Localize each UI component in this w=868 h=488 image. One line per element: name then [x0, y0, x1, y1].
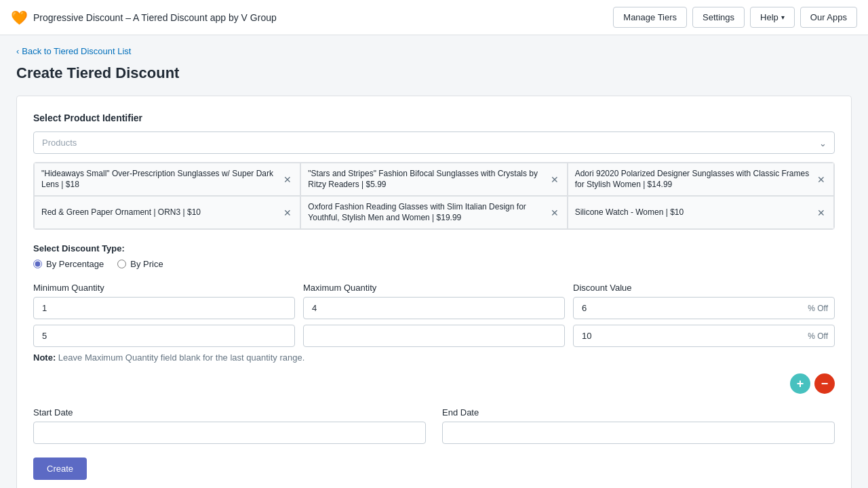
back-arrow-icon: ‹ [16, 46, 19, 56]
logo-icon: 🧡 [11, 9, 28, 26]
radio-price-input[interactable] [117, 260, 126, 268]
end-date-group: End Date [442, 407, 835, 444]
discount-val-1-wrapper: % Off [573, 297, 835, 319]
radio-percentage-label: By Percentage [46, 259, 104, 269]
chevron-down-icon: ▾ [781, 14, 785, 21]
remove-row-button[interactable]: − [814, 373, 835, 394]
quantity-row-2: % Off [33, 325, 835, 347]
our-apps-button[interactable]: Our Apps [800, 7, 857, 28]
discount-type-section: Select Discount Type: By Percentage By P… [33, 243, 835, 269]
quantity-row-1: % Off [33, 297, 835, 319]
max-qty-1-wrapper [303, 297, 565, 319]
remove-tag-1-button[interactable]: ✕ [282, 174, 293, 186]
radio-percentage-input[interactable] [33, 260, 42, 268]
product-tag-4: Red & Green Paper Ornament | ORN3 | $10 … [34, 196, 300, 229]
radio-by-percentage[interactable]: By Percentage [33, 259, 104, 269]
create-button[interactable]: Create [33, 458, 87, 480]
discount-type-label: Select Discount Type: [33, 243, 835, 253]
remove-tag-4-button[interactable]: ✕ [282, 207, 293, 219]
app-logo: 🧡 Progressive Discount – A Tiered Discou… [11, 9, 613, 26]
min-qty-1-input[interactable] [33, 297, 295, 319]
page-title: Create Tiered Discount [16, 64, 852, 82]
product-section: Select Product Identifier Products ⌄ "Hi… [33, 113, 835, 230]
product-section-title: Select Product Identifier [33, 113, 835, 123]
start-date-label: Start Date [33, 407, 426, 418]
quantity-headers: Minimum Quantity Maximum Quantity Discou… [33, 283, 835, 293]
products-select[interactable]: Products [33, 131, 835, 154]
settings-button[interactable]: Settings [692, 7, 745, 28]
radio-price-label: By Price [130, 259, 163, 269]
min-qty-1-wrapper [33, 297, 295, 319]
product-tag-1-text: "Hideaways Small" Over-Prescription Sung… [41, 169, 282, 190]
discount-val-2-wrapper: % Off [573, 325, 835, 347]
app-header: 🧡 Progressive Discount – A Tiered Discou… [0, 0, 868, 35]
min-qty-2-input[interactable] [33, 325, 295, 347]
help-button[interactable]: Help ▾ [750, 7, 795, 28]
remove-tag-2-button[interactable]: ✕ [549, 174, 560, 186]
main-content: ‹ Back to Tiered Discount List Create Ti… [0, 35, 868, 488]
form-card: Select Product Identifier Products ⌄ "Hi… [16, 96, 852, 488]
max-qty-header: Maximum Quantity [303, 283, 565, 293]
discount-val-2-input[interactable] [573, 325, 835, 347]
max-qty-2-wrapper [303, 325, 565, 347]
max-qty-2-input[interactable] [303, 325, 565, 347]
product-tag-5-text: Oxford Fashion Reading Glasses with Slim… [308, 202, 549, 223]
min-qty-2-wrapper [33, 325, 295, 347]
date-section: Start Date End Date [33, 407, 835, 444]
remove-tag-5-button[interactable]: ✕ [549, 207, 560, 219]
add-row-button[interactable]: + [790, 373, 810, 394]
product-tag-3-text: Adori 92020 Polarized Designer Sunglasse… [575, 169, 816, 190]
note-text: Note: Leave Maximum Quantity field blank… [33, 352, 835, 363]
end-date-input[interactable] [442, 422, 835, 444]
product-tag-6-text: Silicone Watch - Women | $10 [575, 207, 816, 218]
radio-by-price[interactable]: By Price [117, 259, 163, 269]
discount-val-1-input[interactable] [573, 297, 835, 319]
remove-tag-3-button[interactable]: ✕ [816, 174, 827, 186]
product-tag-5: Oxford Fashion Reading Glasses with Slim… [300, 196, 567, 229]
header-nav: Manage Tiers Settings Help ▾ Our Apps [613, 7, 857, 28]
discount-val-header: Discount Value [573, 283, 835, 293]
product-tag-2-text: "Stars and Stripes" Fashion Bifocal Sung… [308, 169, 549, 190]
row-actions: + − [33, 373, 835, 394]
product-tag-4-text: Red & Green Paper Ornament | ORN3 | $10 [41, 207, 282, 218]
end-date-label: End Date [442, 407, 835, 418]
manage-tiers-button[interactable]: Manage Tiers [613, 7, 687, 28]
product-tag-6: Silicone Watch - Women | $10 ✕ [568, 196, 834, 229]
products-select-wrapper: Products ⌄ [33, 131, 835, 154]
back-link[interactable]: ‹ Back to Tiered Discount List [16, 46, 852, 56]
max-qty-1-input[interactable] [303, 297, 565, 319]
app-title: Progressive Discount – A Tiered Discount… [33, 12, 277, 23]
min-qty-header: Minimum Quantity [33, 283, 295, 293]
product-tag-1: "Hideaways Small" Over-Prescription Sung… [34, 163, 300, 196]
product-tag-3: Adori 92020 Polarized Designer Sunglasse… [568, 163, 834, 196]
discount-type-radio-group: By Percentage By Price [33, 259, 835, 269]
selected-products-grid: "Hideaways Small" Over-Prescription Sung… [33, 162, 835, 230]
product-tag-2: "Stars and Stripes" Fashion Bifocal Sung… [300, 163, 567, 196]
remove-tag-6-button[interactable]: ✕ [816, 207, 827, 219]
start-date-group: Start Date [33, 407, 426, 444]
start-date-input[interactable] [33, 422, 426, 444]
